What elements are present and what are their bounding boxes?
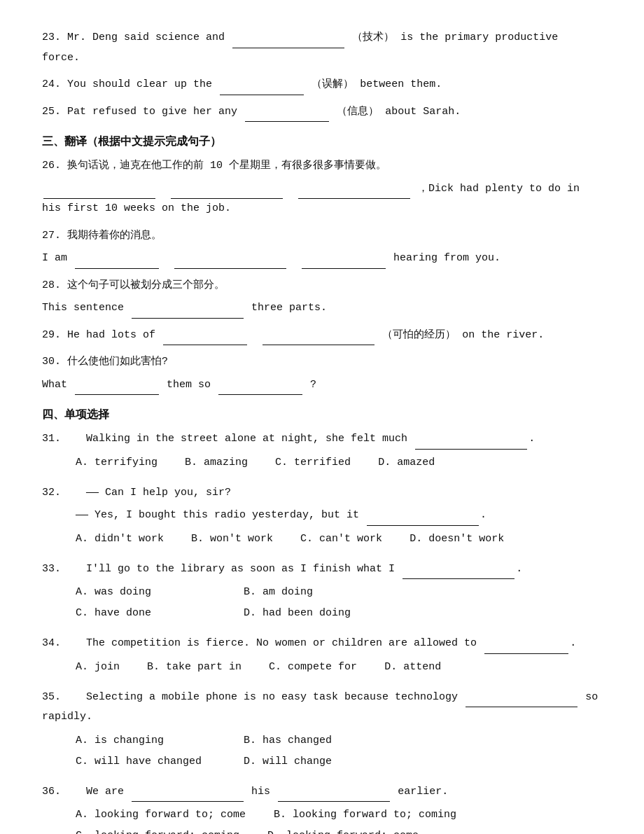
- q36-opt-b: B. looking forward to; coming: [274, 805, 456, 826]
- q36-blank2: [278, 801, 390, 802]
- q33-opt-b: B. am doing: [244, 582, 384, 603]
- q31-num: 31.: [42, 433, 61, 445]
- q27-blank1: [75, 268, 159, 269]
- q32-text1: —— Can I help you, sir?: [86, 487, 231, 499]
- q36-opt-c: C. looking forward; coming: [76, 826, 239, 834]
- q25-text-before: Pat refused to give her any: [67, 106, 237, 118]
- q33-num: 33.: [42, 563, 61, 575]
- q30-num: 30.: [42, 356, 61, 368]
- q25-hint: （信息）: [337, 106, 379, 118]
- q23-hint: （技术）: [352, 32, 394, 43]
- question-25: 25. Pat refused to give her any （信息） abo…: [42, 102, 602, 123]
- q32-options: A. didn't work B. won't work C. can't wo…: [76, 529, 602, 550]
- q28-blank: [132, 318, 244, 319]
- q28-text-after: three parts.: [251, 302, 327, 314]
- question-26: 26. 换句话说，迪克在他工作的前 10 个星期里，有很多很多事情要做。 ，Di…: [42, 156, 602, 219]
- q33-options: A. was doing B. am doing C. have done D.…: [76, 582, 602, 624]
- q35-opt-a: A. is changing: [76, 730, 216, 751]
- q35-opt-b: B. has changed: [244, 730, 384, 751]
- q30-text-after: ?: [310, 379, 316, 391]
- q28-text-before: This sentence: [42, 302, 124, 314]
- q34-text: The competition is fierce. No women or c…: [86, 637, 477, 649]
- q27-chinese: 我期待着你的消息。: [67, 230, 162, 242]
- q30-chinese: 什么使他们如此害怕?: [67, 356, 168, 368]
- q35-opt-d: D. will change: [244, 751, 384, 772]
- q36-text-after: earlier.: [398, 786, 448, 798]
- q25-num: 25.: [42, 106, 61, 118]
- q29-blank2: [262, 345, 374, 345]
- q32-blank: [367, 525, 479, 526]
- q32-opt-a: A. didn't work: [76, 529, 164, 550]
- q30-text-before: What: [42, 379, 67, 391]
- question-28: 28. 这个句子可以被划分成三个部分。 This sentence three …: [42, 276, 602, 319]
- q33-opt-d: D. had been doing: [244, 603, 384, 624]
- q36-opt-a: A. looking forward to; come: [76, 805, 246, 826]
- q31-opt-b: B. amazing: [185, 452, 248, 473]
- q35-opt-c: C. will have changed: [76, 751, 216, 772]
- question-29: 29. He had lots of （可怕的经历） on the river.: [42, 326, 602, 346]
- q33-opt-c: C. have done: [76, 603, 216, 624]
- q29-num: 29.: [42, 329, 61, 341]
- q26-chinese: 换句话说，迪克在他工作的前 10 个星期里，有很多很多事情要做。: [67, 160, 386, 172]
- q33-opt-a: A. was doing: [76, 582, 216, 603]
- q26-blank3: [298, 198, 410, 199]
- q24-blank: [220, 95, 304, 95]
- q35-blank: [465, 707, 578, 707]
- q24-text-before: You should clear up the: [67, 78, 212, 90]
- question-27: 27. 我期待着你的消息。 I am hearing from you.: [42, 226, 602, 269]
- question-30: 30. 什么使他们如此害怕? What them so ?: [42, 352, 602, 395]
- q34-blank: [484, 653, 568, 654]
- q24-text-after: between them.: [360, 78, 442, 90]
- section3-title: 三、翻译（根据中文提示完成句子）: [42, 134, 602, 149]
- q34-opt-b: B. take part in: [147, 657, 241, 678]
- q32-opt-c: C. can't work: [300, 529, 382, 550]
- q36-text-mid: his: [251, 786, 270, 798]
- q30-blank1: [75, 394, 159, 395]
- q30-text-mid: them so: [167, 379, 211, 391]
- q32-num: 32.: [42, 487, 61, 499]
- question-32: 32. —— Can I help you, sir? —— Yes, I bo…: [42, 483, 602, 550]
- q27-num: 27.: [42, 230, 61, 242]
- q27-blank2: [174, 268, 286, 269]
- q33-blank: [402, 578, 514, 579]
- q26-blank2: [171, 198, 283, 199]
- q29-text-after: on the river.: [462, 329, 544, 341]
- q28-chinese: 这个句子可以被划分成三个部分。: [67, 279, 225, 291]
- q34-opt-d: D. attend: [384, 657, 441, 678]
- q25-blank: [245, 121, 329, 122]
- question-34: 34. The competition is fierce. No women …: [42, 634, 602, 678]
- q26-blank1: [43, 198, 155, 199]
- q29-hint: （可怕的经历）: [382, 329, 456, 341]
- q36-blank1: [132, 801, 244, 802]
- q26-num: 26.: [42, 160, 61, 172]
- q36-text-before: We are: [86, 786, 124, 798]
- q28-num: 28.: [42, 279, 61, 291]
- q24-hint: （误解）: [312, 78, 354, 90]
- q27-text-before: I am: [42, 252, 67, 264]
- question-36: 36. We are his earlier. A. looking forwa…: [42, 782, 602, 835]
- q27-blank3: [302, 268, 386, 269]
- q23-blank: [232, 48, 344, 48]
- q25-text-after: about Sarah.: [385, 106, 461, 118]
- q32-text2: —— Yes, I bought this radio yesterday, b…: [76, 509, 359, 521]
- q36-options: A. looking forward to; come B. looking f…: [76, 805, 602, 834]
- q31-opt-a: A. terrifying: [76, 452, 158, 473]
- q31-opt-c: C. terrified: [275, 452, 351, 473]
- q33-text: I'll go to the library as soon as I fini…: [86, 563, 395, 575]
- q35-text: Selecting a mobile phone is no easy task…: [86, 691, 458, 703]
- q23-num: 23.: [42, 32, 61, 43]
- question-24: 24. You should clear up the （误解） between…: [42, 75, 602, 95]
- q31-blank: [415, 449, 527, 450]
- q31-options: A. terrifying B. amazing C. terrified D.…: [76, 452, 602, 473]
- question-33: 33. I'll go to the library as soon as I …: [42, 560, 602, 625]
- q27-text-after: hearing from you.: [393, 252, 500, 264]
- q36-opt-d: D. looking forward; come: [267, 826, 419, 834]
- q35-options: A. is changing B. has changed C. will ha…: [76, 730, 602, 772]
- q29-blank1: [163, 345, 247, 345]
- q31-opt-d: D. amazed: [378, 452, 435, 473]
- q34-num: 34.: [42, 637, 61, 649]
- q35-num: 35.: [42, 691, 61, 703]
- question-35: 35. Selecting a mobile phone is no easy …: [42, 688, 602, 772]
- question-31: 31. Walking in the street alone at night…: [42, 429, 602, 473]
- q34-options: A. join B. take part in C. compete for D…: [76, 657, 602, 678]
